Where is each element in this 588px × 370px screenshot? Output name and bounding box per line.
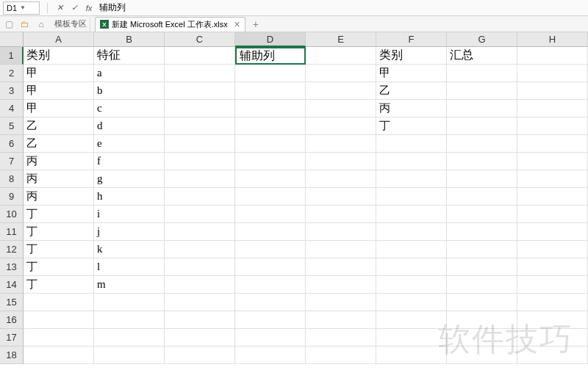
column-header[interactable]: A xyxy=(24,32,94,47)
cell[interactable]: h xyxy=(94,188,165,206)
select-all-corner[interactable] xyxy=(0,32,24,47)
cell[interactable]: 甲 xyxy=(24,82,94,100)
row-header[interactable]: 2 xyxy=(0,65,24,82)
cell[interactable] xyxy=(447,188,517,206)
cell[interactable] xyxy=(517,206,588,223)
cell[interactable] xyxy=(24,329,94,347)
cell[interactable] xyxy=(306,135,376,153)
cell[interactable] xyxy=(235,294,306,311)
row-header[interactable]: 6 xyxy=(0,135,24,153)
cell[interactable] xyxy=(447,117,517,135)
cell[interactable] xyxy=(517,223,588,241)
cell[interactable] xyxy=(306,65,376,82)
cell[interactable]: 丙 xyxy=(376,100,447,117)
cell[interactable]: 丁 xyxy=(24,258,94,276)
cell[interactable] xyxy=(376,294,447,311)
cell[interactable] xyxy=(447,135,517,153)
cell[interactable] xyxy=(447,294,517,311)
cell[interactable] xyxy=(94,329,165,347)
row-header[interactable]: 1 xyxy=(0,47,24,65)
cell[interactable] xyxy=(447,65,517,82)
cell[interactable] xyxy=(376,276,447,294)
cell[interactable] xyxy=(517,82,588,100)
cell[interactable]: 丙 xyxy=(24,153,94,170)
cell[interactable] xyxy=(306,258,376,276)
cell[interactable]: 丙 xyxy=(24,188,94,206)
cell[interactable] xyxy=(165,347,235,364)
cell[interactable] xyxy=(517,258,588,276)
cell[interactable] xyxy=(376,258,447,276)
cell[interactable] xyxy=(306,276,376,294)
row-header[interactable]: 12 xyxy=(0,241,24,258)
cell[interactable] xyxy=(447,82,517,100)
cell[interactable] xyxy=(165,258,235,276)
cell[interactable] xyxy=(165,241,235,258)
cell[interactable] xyxy=(235,153,306,170)
cell[interactable] xyxy=(165,188,235,206)
cell[interactable] xyxy=(517,188,588,206)
cell[interactable] xyxy=(165,170,235,188)
spreadsheet-grid[interactable]: ABCDEFGH1类别特征辅助列类别汇总2甲a甲3甲b乙4甲c丙5乙d丁6乙e7… xyxy=(0,32,588,364)
column-header[interactable]: F xyxy=(376,32,447,47)
cell[interactable] xyxy=(306,188,376,206)
close-icon[interactable]: ✕ xyxy=(234,20,240,29)
cell[interactable] xyxy=(447,311,517,329)
cell[interactable]: e xyxy=(94,135,165,153)
row-header[interactable]: 15 xyxy=(0,294,24,311)
cell[interactable] xyxy=(376,223,447,241)
cell[interactable] xyxy=(306,47,376,65)
cell[interactable] xyxy=(517,117,588,135)
cell[interactable]: 辅助列 xyxy=(235,47,306,65)
row-header[interactable]: 13 xyxy=(0,258,24,276)
row-header[interactable]: 17 xyxy=(0,329,24,347)
row-header[interactable]: 3 xyxy=(0,82,24,100)
file-tab[interactable]: X 新建 Microsoft Excel 工作表.xlsx ✕ xyxy=(95,17,245,32)
cell[interactable] xyxy=(235,329,306,347)
column-header[interactable]: G xyxy=(447,32,517,47)
cell[interactable] xyxy=(517,276,588,294)
cell[interactable] xyxy=(235,258,306,276)
cell[interactable] xyxy=(235,65,306,82)
cell[interactable] xyxy=(376,153,447,170)
cell[interactable]: 乙 xyxy=(376,82,447,100)
row-header[interactable]: 8 xyxy=(0,170,24,188)
cell[interactable]: 甲 xyxy=(24,65,94,82)
cell[interactable] xyxy=(165,47,235,65)
cell[interactable] xyxy=(447,241,517,258)
cell[interactable] xyxy=(306,311,376,329)
cell[interactable] xyxy=(165,100,235,117)
confirm-icon[interactable]: ✓ xyxy=(69,3,79,13)
column-header[interactable]: D xyxy=(235,32,306,47)
cell[interactable] xyxy=(376,188,447,206)
cancel-icon[interactable]: ✕ xyxy=(54,3,65,13)
cell[interactable]: j xyxy=(94,223,165,241)
column-header[interactable]: E xyxy=(306,32,376,47)
cell[interactable] xyxy=(306,223,376,241)
cell[interactable] xyxy=(447,206,517,223)
cell[interactable] xyxy=(447,276,517,294)
cell[interactable] xyxy=(165,329,235,347)
cell[interactable]: 丁 xyxy=(376,117,447,135)
cell[interactable] xyxy=(165,65,235,82)
cell[interactable] xyxy=(165,135,235,153)
row-header[interactable]: 16 xyxy=(0,311,24,329)
cell[interactable] xyxy=(235,241,306,258)
cell[interactable] xyxy=(235,223,306,241)
cell[interactable]: c xyxy=(94,100,165,117)
new-doc-icon[interactable]: ▢ xyxy=(3,18,15,30)
row-header[interactable]: 7 xyxy=(0,153,24,170)
cell[interactable] xyxy=(165,223,235,241)
cell[interactable] xyxy=(306,206,376,223)
cell[interactable] xyxy=(376,329,447,347)
row-header[interactable]: 9 xyxy=(0,188,24,206)
cell[interactable]: 丁 xyxy=(24,276,94,294)
cell[interactable] xyxy=(94,311,165,329)
cell[interactable]: 甲 xyxy=(376,65,447,82)
template-zone-tab[interactable]: 模板专区 xyxy=(51,17,90,32)
cell[interactable] xyxy=(235,311,306,329)
cell[interactable]: k xyxy=(94,241,165,258)
cell[interactable] xyxy=(235,100,306,117)
cell[interactable] xyxy=(517,100,588,117)
cell[interactable] xyxy=(447,329,517,347)
home-icon[interactable]: ⌂ xyxy=(35,18,47,30)
